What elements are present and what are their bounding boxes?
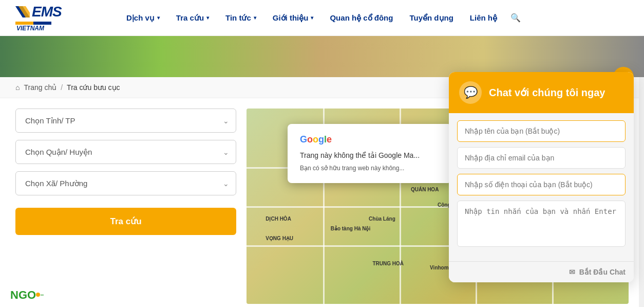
chat-bubble-icon: 💬 [464, 86, 478, 99]
map-label-dich-hoa: DỊCH HÒA [266, 216, 291, 222]
chevron-down-icon: ▾ [311, 15, 313, 21]
chat-title: Chat với chúng tôi ngay [489, 86, 605, 99]
ward-select[interactable]: Chọn Xã/ Phường [15, 171, 236, 195]
ngo-logo-text: NGO⁻ [10, 288, 44, 301]
chat-email-input[interactable] [457, 147, 626, 169]
home-icon: ⌂ [15, 83, 20, 92]
breadcrumb-separator: / [61, 83, 63, 92]
logo-arrow-icon [15, 6, 30, 17]
nav-lien-he[interactable]: Liên hệ [462, 0, 505, 36]
nav-tra-cuu[interactable]: Tra cứu ▾ [168, 0, 217, 36]
province-select[interactable]: Chọn Tỉnh/ TP [15, 109, 236, 133]
main-nav: Dịch vụ ▾ Tra cứu ▾ Tin tức ▾ Giới thiệu… [118, 0, 629, 36]
google-error-dialog: Google Trang này không thể tải Google Ma… [288, 124, 452, 183]
logo-vietnam-text: VIETNAM [16, 25, 62, 32]
chevron-down-icon: ▾ [157, 15, 160, 21]
search-button[interactable]: Tra cứu [15, 208, 236, 235]
chat-phone-input[interactable] [457, 174, 626, 195]
district-select[interactable]: Chọn Quận/ Huyện [15, 140, 236, 164]
map-label-bao-tang: Bảo tàng Hà Nội [331, 226, 371, 231]
map-label-vong-hau: VỌNG HẠU [266, 236, 293, 241]
chat-message-input[interactable] [457, 201, 626, 247]
chevron-down-icon: ▾ [254, 15, 256, 21]
map-label-quan-hoa: QUÁN HOA [411, 187, 439, 192]
search-icon[interactable]: 🔍 [505, 13, 526, 23]
district-select-wrapper: Chọn Quận/ Huyện ⌄ [15, 140, 236, 164]
banner: ⌄ [0, 36, 644, 77]
site-header: EMS VIETNAM Dịch vụ ▾ Tra cứu ▾ Tin tức … [0, 0, 644, 36]
chat-widget: 💬 Chat với chúng tôi ngay ✉ Bắt Đầu Chat [449, 72, 634, 282]
chat-submit-button[interactable]: ✉ Bắt Đầu Chat [569, 268, 626, 276]
logo-area[interactable]: EMS VIETNAM [15, 4, 98, 32]
logo-ems-text: EMS [32, 4, 62, 20]
ngo-logo: NGO⁻ [10, 288, 44, 302]
map-label-trung-hoa: TRUNG HOÀ [373, 261, 404, 266]
chat-header: 💬 Chat với chúng tôi ngay [449, 72, 634, 113]
chat-icon: 💬 [459, 81, 482, 104]
left-panel: Chọn Tỉnh/ TP ⌄ Chọn Quận/ Huyện ⌄ Chọn … [15, 109, 236, 304]
send-icon: ✉ [569, 268, 575, 276]
ward-select-wrapper: Chọn Xã/ Phường ⌄ [15, 171, 236, 195]
map-label-chua-lang: Chùa Láng [369, 216, 395, 222]
logo[interactable]: EMS VIETNAM [15, 4, 62, 32]
chat-footer: ✉ Bắt Đầu Chat [449, 261, 634, 282]
chat-body [449, 113, 634, 261]
nav-tuyen-dung[interactable]: Tuyển dụng [401, 0, 461, 36]
breadcrumb-home-link[interactable]: Trang chủ [24, 83, 56, 92]
google-logo: Google [300, 134, 440, 145]
chat-name-input[interactable] [457, 120, 626, 142]
chevron-down-icon: ▾ [206, 15, 209, 21]
nav-dich-vu[interactable]: Dịch vụ ▾ [118, 0, 168, 36]
breadcrumb-current: Tra cứu bưu cục [67, 83, 120, 92]
google-error-subtitle: Bạn có sở hữu trang web này không... [300, 164, 440, 173]
province-select-wrapper: Chọn Tỉnh/ TP ⌄ [15, 109, 236, 133]
nav-gioi-thieu[interactable]: Giới thiệu ▾ [264, 0, 322, 36]
nav-quan-he-co-dong[interactable]: Quan hệ cổ đông [321, 0, 401, 36]
nav-tin-tuc[interactable]: Tin tức ▾ [217, 0, 264, 36]
google-error-title: Trang này không thể tải Google Ma... [300, 151, 440, 159]
chat-submit-label: Bắt Đầu Chat [579, 268, 626, 276]
